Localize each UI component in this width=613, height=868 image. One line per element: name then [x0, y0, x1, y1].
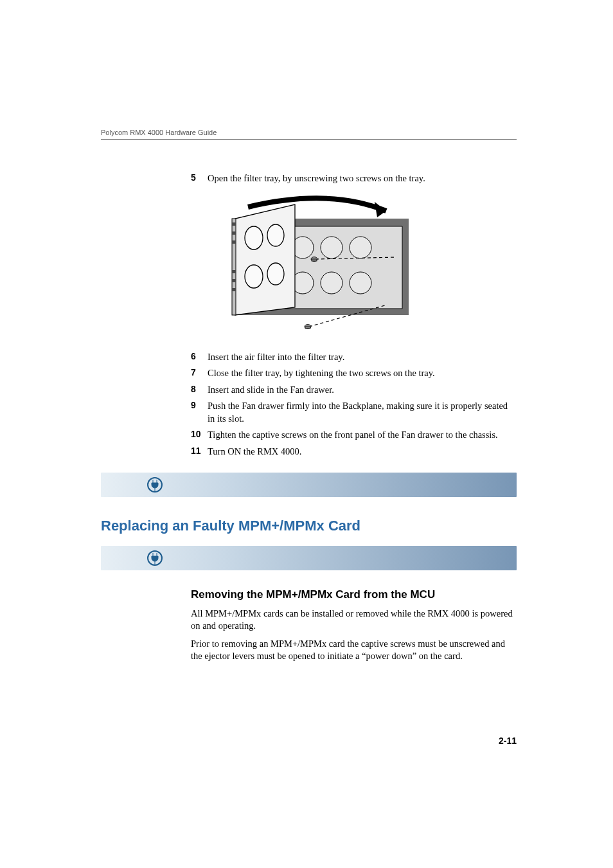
step-text: Insert the air filter into the filter tr… [208, 351, 344, 364]
step-row: 5 Open the filter tray, by unscrewing tw… [191, 172, 517, 185]
section-heading-h2: Replacing an Faulty MPM+/MPMx Card [101, 518, 517, 534]
filter-tray-illustration [213, 193, 517, 342]
note-bar [101, 546, 517, 570]
step-number: 11 [191, 446, 208, 456]
svg-point-7 [350, 272, 371, 294]
body-paragraph: All MPM+/MPMx cards can be installed or … [191, 608, 517, 633]
step-text: Tighten the captive screws on the front … [208, 429, 498, 442]
step-text: Insert and slide in the Fan drawer. [208, 384, 334, 397]
svg-rect-19 [232, 288, 236, 291]
svg-rect-24 [312, 259, 317, 261]
step-text: Turn ON the RMX 4000. [208, 446, 302, 458]
step-row: 7 Close the filter tray, by tightening t… [191, 367, 517, 380]
svg-rect-15 [232, 231, 236, 235]
step-number: 8 [191, 384, 208, 394]
svg-point-10 [267, 224, 284, 246]
svg-rect-17 [232, 270, 236, 273]
step-row: 11 Turn ON the RMX 4000. [191, 446, 517, 458]
step-text: Push the Fan drawer firmly into the Back… [208, 400, 517, 425]
step-row: 8 Insert and slide in the Fan drawer. [191, 384, 517, 397]
svg-marker-20 [375, 202, 386, 217]
svg-point-11 [245, 265, 263, 288]
step-number: 6 [191, 351, 208, 361]
step-number: 7 [191, 367, 208, 377]
svg-point-3 [321, 237, 342, 258]
section-heading-h3: Removing the MPM+/MPMx Card from the MCU [191, 588, 517, 601]
running-header: Polycom RMX 4000 Hardware Guide [101, 129, 517, 136]
svg-rect-16 [232, 240, 236, 244]
svg-rect-26 [305, 327, 310, 329]
body-paragraph: Prior to removing an MPM+/MPMx card the … [191, 638, 517, 663]
step-text: Open the filter tray, by unscrewing two … [208, 172, 425, 185]
svg-rect-18 [232, 279, 236, 282]
svg-point-12 [267, 263, 284, 285]
plug-icon [147, 550, 163, 566]
svg-rect-14 [232, 222, 236, 226]
svg-point-9 [245, 226, 263, 249]
note-bar [101, 473, 517, 497]
step-number: 10 [191, 429, 208, 439]
svg-point-6 [321, 272, 342, 294]
svg-marker-8 [235, 204, 295, 315]
step-text: Close the filter tray, by tightening the… [208, 367, 435, 380]
header-rule [101, 139, 517, 140]
step-row: 10 Tighten the captive screws on the fro… [191, 429, 517, 442]
step-number: 5 [191, 172, 208, 183]
step-number: 9 [191, 400, 208, 410]
page-number: 2-11 [499, 736, 517, 746]
svg-point-4 [350, 237, 371, 258]
step-row: 6 Insert the air filter into the filter … [191, 351, 517, 364]
plug-icon [147, 477, 163, 493]
step-row: 9 Push the Fan drawer firmly into the Ba… [191, 400, 517, 425]
